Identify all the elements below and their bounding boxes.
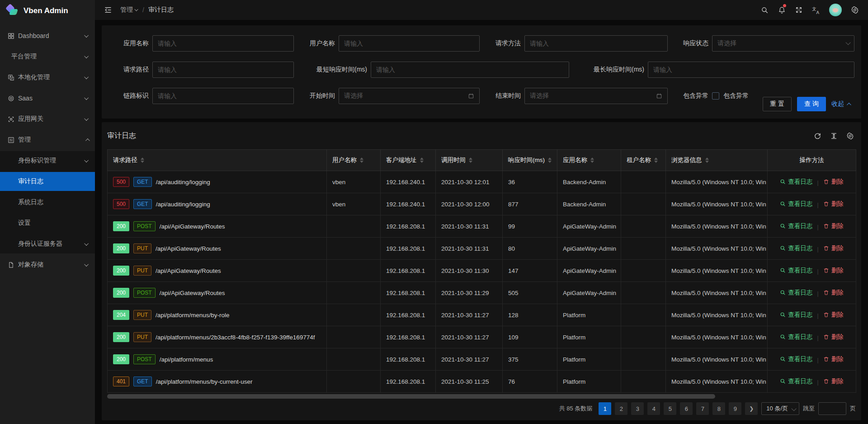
jump-page-input[interactable] bbox=[818, 402, 846, 415]
method-badge: POST bbox=[133, 288, 156, 298]
delete-button[interactable]: 删除 bbox=[823, 267, 844, 275]
cell-path: 200POST/api/ApiGateway/Routes bbox=[108, 215, 327, 238]
cell-duration: 80 bbox=[503, 238, 557, 260]
locale-icon[interactable]: 文 A bbox=[807, 0, 825, 20]
sidebar-item-1[interactable]: 平台管理 bbox=[0, 47, 95, 66]
page-button-6[interactable]: 6 bbox=[680, 402, 693, 415]
sidebar-item-0[interactable]: Dashboard bbox=[0, 26, 95, 45]
horizontal-scrollbar-thumb[interactable] bbox=[107, 394, 715, 399]
view-log-button[interactable]: 查看日志 bbox=[780, 178, 812, 186]
view-log-button[interactable]: 查看日志 bbox=[780, 244, 812, 252]
query-form-panel: 应用名称 用户名称 请求方法 响应状态 请选择 bbox=[102, 25, 861, 119]
delete-button[interactable]: 删除 bbox=[823, 355, 844, 363]
view-log-button[interactable]: 查看日志 bbox=[780, 289, 812, 297]
trace-id-input[interactable] bbox=[152, 88, 294, 104]
page-button-5[interactable]: 5 bbox=[664, 402, 676, 415]
sort-control[interactable] bbox=[360, 157, 363, 163]
http-method-input[interactable] bbox=[524, 35, 668, 52]
cell-duration: 375 bbox=[503, 348, 557, 371]
jump-label: 跳至 bbox=[803, 405, 815, 413]
page-button-2[interactable]: 2 bbox=[615, 402, 627, 415]
view-log-button[interactable]: 查看日志 bbox=[780, 222, 812, 230]
submenu-item-4[interactable]: 身份认证服务器 bbox=[0, 234, 95, 253]
page-button-4[interactable]: 4 bbox=[647, 402, 660, 415]
view-log-button[interactable]: 查看日志 bbox=[780, 377, 812, 386]
sidebar-item-2[interactable]: 本地化管理 bbox=[0, 68, 95, 87]
delete-label: 删除 bbox=[831, 355, 844, 363]
cell-call-time: 2021-10-30 11:31 bbox=[436, 215, 503, 238]
collapse-link[interactable]: 收起 bbox=[831, 100, 850, 108]
column-settings-icon[interactable] bbox=[846, 132, 854, 140]
sort-control[interactable] bbox=[141, 157, 144, 163]
start-time-label: 开始时间 bbox=[310, 92, 335, 100]
delete-button[interactable]: 删除 bbox=[823, 244, 844, 252]
page-button-8[interactable]: 8 bbox=[712, 402, 725, 415]
status-badge: 200 bbox=[113, 266, 129, 276]
submenu-item-0[interactable]: 身份标识管理 bbox=[0, 151, 95, 170]
view-log-button[interactable]: 查看日志 bbox=[780, 333, 812, 341]
page-button-3[interactable]: 3 bbox=[631, 402, 644, 415]
refresh-icon[interactable] bbox=[814, 132, 821, 140]
view-log-button[interactable]: 查看日志 bbox=[780, 355, 812, 363]
delete-button[interactable]: 删除 bbox=[823, 222, 844, 230]
request-path-text: /api/ApiGateway/Routes bbox=[160, 223, 225, 230]
app-name-input[interactable] bbox=[152, 35, 294, 52]
delete-button[interactable]: 删除 bbox=[823, 289, 844, 297]
delete-button[interactable]: 删除 bbox=[823, 178, 844, 186]
request-path-input[interactable] bbox=[152, 62, 294, 78]
max-duration-input[interactable] bbox=[648, 62, 854, 78]
table-titlebar: 审计日志 bbox=[107, 122, 856, 149]
cell-user bbox=[327, 371, 381, 393]
http-status-select[interactable]: 请选择 bbox=[712, 35, 854, 52]
search-icon[interactable] bbox=[756, 0, 773, 20]
exception-checkbox[interactable] bbox=[712, 92, 719, 100]
submenu-item-3[interactable]: 设置 bbox=[0, 214, 95, 233]
view-log-button[interactable]: 查看日志 bbox=[780, 267, 812, 275]
notification-icon[interactable] bbox=[773, 0, 790, 20]
page-button-9[interactable]: 9 bbox=[729, 402, 741, 415]
cell-client-ip: 192.168.208.1 bbox=[381, 215, 436, 238]
logo[interactable]: Vben Admin bbox=[0, 0, 95, 22]
page-size-select[interactable]: 10 条/页 bbox=[761, 402, 799, 415]
sort-control[interactable] bbox=[654, 157, 658, 163]
view-log-button[interactable]: 查看日志 bbox=[780, 200, 812, 208]
user-name-label: 用户名称 bbox=[310, 39, 335, 48]
sidebar-item-3[interactable]: Saas bbox=[0, 89, 95, 108]
row-height-icon[interactable] bbox=[830, 132, 838, 140]
sort-control[interactable] bbox=[420, 157, 424, 163]
sidebar-item-5[interactable]: 管理 bbox=[0, 130, 95, 149]
delete-button[interactable]: 删除 bbox=[823, 200, 844, 208]
breadcrumb-separator: / bbox=[142, 6, 144, 14]
submenu-item-1[interactable]: 审计日志 bbox=[0, 172, 95, 191]
delete-button[interactable]: 删除 bbox=[823, 377, 844, 386]
column-header-2: 客户端地址 bbox=[381, 150, 436, 171]
sidebar-item-6[interactable]: 对象存储 bbox=[0, 255, 95, 274]
min-duration-input[interactable] bbox=[371, 62, 569, 78]
breadcrumb-root[interactable]: 管理 bbox=[120, 6, 138, 14]
start-time-picker[interactable]: 请选择 bbox=[339, 88, 480, 104]
request-path-text: /api/auditing/logging bbox=[156, 179, 210, 186]
sidebar-item-label: 平台管理 bbox=[11, 52, 37, 61]
settings-gear-icon[interactable] bbox=[846, 0, 863, 20]
page-button-7[interactable]: 7 bbox=[696, 402, 709, 415]
sort-control[interactable] bbox=[705, 157, 709, 163]
reset-button[interactable]: 重 置 bbox=[763, 97, 792, 111]
sort-control[interactable] bbox=[469, 157, 472, 163]
query-button[interactable]: 查 询 bbox=[797, 97, 826, 111]
page-button-1[interactable]: 1 bbox=[599, 402, 611, 415]
sort-control[interactable] bbox=[548, 157, 552, 163]
avatar[interactable] bbox=[829, 4, 842, 16]
delete-button[interactable]: 删除 bbox=[823, 333, 844, 341]
fullscreen-icon[interactable] bbox=[790, 0, 807, 20]
end-time-picker[interactable]: 请选择 bbox=[524, 88, 668, 104]
submenu-item-2[interactable]: 系统日志 bbox=[0, 193, 95, 212]
pagination-next-button[interactable]: ❯ bbox=[745, 402, 758, 415]
sidebar: Vben Admin Dashboard平台管理本地化管理Saas应用网关管理身… bbox=[0, 0, 95, 424]
view-log-button[interactable]: 查看日志 bbox=[780, 311, 812, 319]
delete-button[interactable]: 删除 bbox=[823, 311, 844, 319]
user-name-input[interactable] bbox=[339, 35, 480, 52]
cell-tenant bbox=[621, 193, 666, 215]
sort-control[interactable] bbox=[590, 157, 594, 163]
sidebar-item-4[interactable]: 应用网关 bbox=[0, 110, 95, 129]
menu-fold-icon[interactable] bbox=[101, 0, 115, 20]
